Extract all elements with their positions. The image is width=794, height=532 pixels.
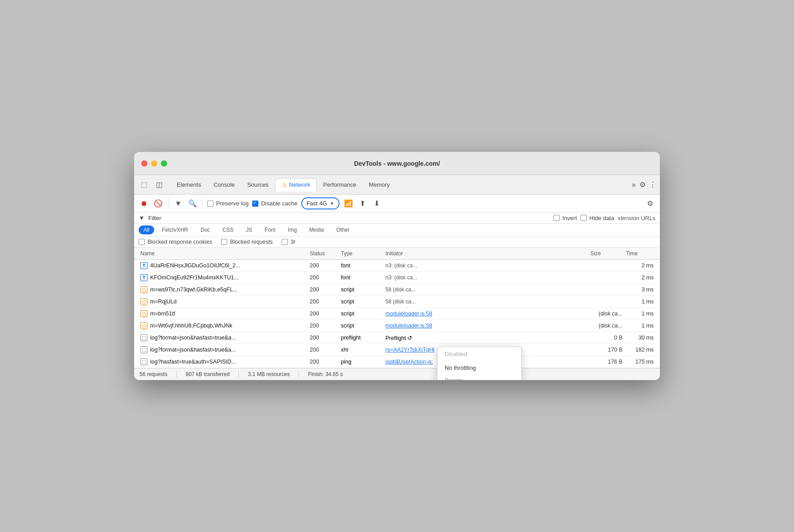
cell-size: (disk ca... <box>589 320 624 331</box>
menu-icon[interactable]: ⋮ <box>649 180 656 189</box>
header-name[interactable]: Name <box>139 248 308 259</box>
cell-name: □ log?hasfast=true&auth=SAPISID... <box>139 356 308 368</box>
throttle-select: Fast 4G ▼ <box>301 197 340 209</box>
cell-size: 170 B <box>589 344 624 355</box>
inspect-icon[interactable]: ◫ <box>153 179 165 191</box>
blocked-cookies-label: Blocked response cookies <box>147 239 212 245</box>
cell-initiator: n3: (disk ca... <box>384 272 589 283</box>
tab-memory[interactable]: Memory <box>363 179 396 191</box>
status-bar: 56 requests 807 kB transferred 3.1 MB re… <box>134 368 660 380</box>
table-row[interactable]: ◇ m=RqjULd 200 script 58 (disk ca... 1 m… <box>134 296 660 308</box>
header-size[interactable]: Size <box>589 248 624 259</box>
more-tabs-icon[interactable]: » <box>632 181 636 189</box>
blocked-requests-checkbox[interactable] <box>221 239 227 245</box>
disable-cache-checkbox[interactable] <box>252 201 258 207</box>
cell-initiator: Preflight ↺ <box>384 332 589 344</box>
close-button[interactable] <box>141 160 147 167</box>
tab-right-icons: » ⚙ ⋮ <box>632 180 656 189</box>
search-button[interactable]: 🔍 <box>187 198 198 209</box>
filter-icon[interactable]: ▼ <box>173 198 184 209</box>
type-btn-fetchxhr[interactable]: Fetch/XHR <box>157 225 193 234</box>
cell-name: T KFOmCnqEu92Fr1Mu4mxKKTU1... <box>139 272 308 283</box>
maximize-button[interactable] <box>161 160 167 167</box>
table-row[interactable]: T KFOmCnqEu92Fr1Mu4mxKKTU1... 200 font n… <box>134 272 660 284</box>
window-title: DevTools - www.google.com/ <box>354 160 440 167</box>
cell-size: 176 B <box>589 356 624 367</box>
font-icon: T <box>140 274 147 281</box>
tab-sources[interactable]: Sources <box>241 179 275 191</box>
devtools-window: DevTools - www.google.com/ ⬚ ◫ Elements … <box>134 152 660 380</box>
transferred-size: 807 kB transferred <box>186 371 239 377</box>
dropdown-section-label: Presets <box>445 377 463 380</box>
type-btn-css[interactable]: CSS <box>217 225 238 234</box>
script-icon: ◇ <box>140 310 147 317</box>
table-row[interactable]: □ log?format=json&hasfast=true&a... 200 … <box>134 332 660 344</box>
script-icon: ◇ <box>140 286 147 293</box>
cell-status: 200 <box>308 284 339 295</box>
type-btn-js[interactable]: JS <box>241 225 257 234</box>
header-time[interactable]: Time <box>624 248 655 259</box>
record-button[interactable]: ⏺ <box>139 198 149 209</box>
dropdown-item-no-throttling[interactable]: No throttling <box>438 361 521 375</box>
table-header: Name Status Type Initiator Size Time <box>134 248 660 260</box>
finish-time: Finish: 34.65 s <box>308 371 352 377</box>
table-row[interactable]: ◇ m=ws9Tlc,n73qwf,GkRiKb,e5qFL... 200 sc… <box>134 284 660 296</box>
preserve-log-checkbox[interactable] <box>207 201 213 207</box>
cell-size: 0 B <box>589 332 624 343</box>
cell-name: ◇ m=bm51tf <box>139 308 308 319</box>
font-icon: T <box>140 262 147 269</box>
hide-data-checkbox[interactable] <box>581 215 587 221</box>
dropdown-item-disabled[interactable]: Disabled <box>438 347 521 361</box>
cell-time: 1 ms <box>624 320 655 331</box>
table-row[interactable]: T 4UaRrENHsxJlGDuGo1OIlJfC6l_2... 200 fo… <box>134 260 660 272</box>
blocked-bar: Blocked response cookies Blocked request… <box>134 237 660 248</box>
cell-status: 200 <box>308 320 339 331</box>
clear-button[interactable]: 🚫 <box>153 198 164 209</box>
type-btn-font[interactable]: Font <box>260 225 280 234</box>
cell-type: font <box>339 260 384 271</box>
cell-initiator: n3: (disk ca... <box>384 260 589 271</box>
cell-status: 200 <box>308 356 339 367</box>
header-status[interactable]: Status <box>308 248 339 259</box>
filter-icon-small: ▼ <box>139 214 145 221</box>
throttle-dropdown-button[interactable]: Fast 4G ▼ <box>301 197 340 209</box>
cell-type: preflight <box>339 332 384 343</box>
cell-initiator: 58 (disk ca... <box>384 284 589 295</box>
preflight-icon: □ <box>140 334 147 341</box>
blocked-cookies-checkbox[interactable] <box>139 239 145 245</box>
table-row[interactable]: ◇ m=bm51tf 200 script moduleloader.js:58… <box>134 308 660 320</box>
type-btn-img[interactable]: Img <box>283 225 302 234</box>
type-btn-all[interactable]: All <box>139 225 154 234</box>
type-btn-media[interactable]: Media <box>304 225 329 234</box>
export-icon[interactable]: ⬇ <box>372 198 382 209</box>
disable-cache-label: Disable cache <box>261 200 298 207</box>
settings-icon[interactable]: ⚙ <box>639 180 646 189</box>
cell-type: xhr <box>339 344 384 355</box>
filter-bar: ▼ Filter Invert Hide data xtension URLs <box>134 213 660 224</box>
tab-console[interactable]: Console <box>207 179 241 191</box>
blocked-3r-checkbox[interactable] <box>282 239 288 245</box>
table-row[interactable]: □ log?format=json&hasfast=true&a... 200 … <box>134 344 660 356</box>
cell-initiator: moduleloader.js:58 <box>384 320 589 331</box>
type-btn-other[interactable]: Other <box>332 225 355 234</box>
divider-1 <box>168 198 168 209</box>
tab-network[interactable]: ⚠ Network <box>275 178 317 192</box>
cursor-icon[interactable]: ⬚ <box>138 179 150 191</box>
blocked-requests-item: Blocked requests <box>221 239 273 245</box>
header-initiator[interactable]: Initiator <box>384 248 589 259</box>
invert-checkbox[interactable] <box>553 215 560 221</box>
network-settings-icon[interactable]: ⚙ <box>645 198 655 209</box>
table-row[interactable]: □ log?hasfast=true&auth=SAPISID... 200 p… <box>134 356 660 368</box>
import-icon[interactable]: ⬆ <box>357 198 368 209</box>
type-btn-doc[interactable]: Doc <box>196 225 215 234</box>
header-type[interactable]: Type <box>339 248 384 259</box>
minimize-button[interactable] <box>151 160 157 167</box>
cell-time: 1 ms <box>624 296 655 307</box>
filter-input[interactable]: Filter <box>148 215 161 221</box>
network-conditions-icon[interactable]: 📶 <box>343 198 354 209</box>
tab-performance[interactable]: Performance <box>317 179 362 191</box>
tab-elements[interactable]: Elements <box>171 179 207 191</box>
cell-time: 182 ms <box>624 344 655 355</box>
cell-size <box>589 299 624 304</box>
table-row[interactable]: ◇ m=Wt6vjf,hhhU8,FCpbqb,WhJNk 200 script… <box>134 320 660 332</box>
